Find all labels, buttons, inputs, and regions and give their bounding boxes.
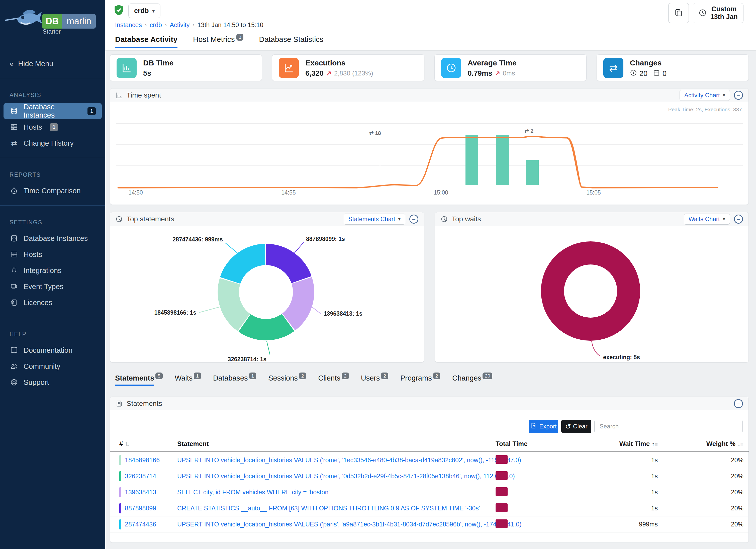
panel-title: Statements [127,400,162,408]
plug-icon [10,267,19,274]
count-badge: 2 [342,373,349,379]
chevron-down-icon: ▾ [152,8,155,14]
main-tabs: Database Activity Host Metrics0 Database… [115,35,323,48]
top-waits-donut[interactable]: executing: 5s [435,226,749,362]
event-count: 0 [663,69,667,78]
total-time-bar [496,519,508,528]
table-row: 139638413 SELECT city, id FROM vehicles … [110,484,749,500]
brand-db: DB [42,14,62,29]
section-label: ANALYSIS [0,84,105,103]
statement-color-bar [119,471,121,481]
sidebar-item-documentation[interactable]: Documentation [0,342,105,358]
statement-id-link[interactable]: 139638413 [125,489,156,496]
tab-clients[interactable]: Clients2 [318,374,349,382]
tab-programs[interactable]: Programs2 [400,374,440,382]
sidebar-item-database-instances-settings[interactable]: Database Instances [0,230,105,246]
statement-sql-link[interactable]: UPSERT INTO vehicle_location_histories V… [177,521,522,528]
statement-color-bar [119,503,121,513]
bar-chart-icon [117,58,137,78]
kpi-value: 6,320 [305,69,324,77]
weight-value: 20% [665,489,751,496]
change-count: 20 [639,69,647,78]
db-time-line [118,136,717,188]
breadcrumb-instances[interactable]: Instances [115,21,142,29]
section-label: REPORTS [0,164,105,183]
collapse-panel-button[interactable]: – [409,215,418,224]
statement-id-link[interactable]: 326238714 [125,473,156,480]
search-input[interactable] [594,420,743,433]
sidebar-item-event-types[interactable]: Event Types [0,279,105,295]
statement-color-bar [119,455,121,465]
breadcrumb-crdb[interactable]: crdb [150,21,162,29]
sidebar-section-settings: SETTINGS Database Instances Hosts Integr… [0,206,105,317]
kpi-delta: 2,830 (123%) [334,69,373,77]
column-header-statement[interactable]: Statement [177,440,496,448]
hide-menu-button[interactable]: « Hide Menu [0,56,105,71]
brand-edition: Starter [43,28,61,35]
tab-waits[interactable]: Waits1 [175,374,201,382]
wait-time-value: 1s [531,456,665,464]
kpi-row: DB Time 5s Executions 6,320 ↗ 2,830 (123… [110,54,749,81]
activity-chart-selector[interactable]: Activity Chart▾ [680,90,730,101]
statements-chart-selector[interactable]: Statements Chart▾ [344,214,405,225]
collapse-panel-button[interactable]: – [734,399,743,408]
donut-label: executing: 5s [603,354,640,360]
tab-changes[interactable]: Changes20 [452,374,492,382]
column-header-num[interactable]: #⇅ [119,440,177,448]
double-chevron-left-icon: « [10,60,14,68]
statement-id-link[interactable]: 1845898166 [125,456,160,464]
collapse-panel-button[interactable]: – [734,215,743,224]
copy-link-button[interactable] [668,3,689,23]
waits-chart-selector[interactable]: Waits Chart▾ [684,214,730,225]
top-statements-donut[interactable]: 887898099: 1s 139638413: 1s 326238714: 1… [110,226,424,362]
tab-database-activity[interactable]: Database Activity [115,35,177,48]
tab-users[interactable]: Users2 [361,374,388,382]
table-row: 1845898166 UPSERT INTO vehicle_location_… [110,452,749,468]
statement-sql-link[interactable]: UPSERT INTO vehicle_location_histories V… [177,456,521,464]
sidebar-item-time-comparison[interactable]: Time Comparison [0,183,105,199]
sidebar-item-change-history[interactable]: ⇄ Change History [0,135,105,151]
time-spent-chart[interactable]: ⇄ 18 ⇄ 2 14:50 14:55 15:00 15:05 [116,114,743,197]
tab-databases[interactable]: Databases1 [213,374,256,382]
statement-sql-link[interactable]: SELECT city, id FROM vehicles WHERE city… [177,489,330,496]
statement-color-bar [119,487,121,497]
tab-database-statistics[interactable]: Database Statistics [259,35,323,48]
panel-title: Top statements [127,215,174,223]
wait-time-value: 1s [531,505,665,512]
tab-statements[interactable]: Statements5 [115,374,163,382]
tab-host-metrics[interactable]: Host Metrics0 [193,35,243,48]
donut-label: 139638413: 1s [324,310,362,317]
clear-button[interactable]: ↺ Clear [561,420,591,433]
breadcrumb-activity[interactable]: Activity [170,21,190,29]
panel-title: Time spent [127,91,161,99]
column-header-wait-time[interactable]: Wait Time↑≡ [531,440,665,448]
sidebar-item-licences[interactable]: Licences [0,295,105,311]
panel-title: Top waits [452,215,481,223]
sidebar-item-support[interactable]: Support [0,374,105,390]
sidebar-item-integrations[interactable]: Integrations [0,262,105,279]
sidebar-item-hosts-settings[interactable]: Hosts [0,246,105,262]
swap-arrows-icon: ⇄ [369,130,375,136]
collapse-panel-button[interactable]: – [734,91,743,100]
count-badge: 2 [433,373,440,379]
time-range-button[interactable]: Custom 13th Jan [693,3,743,23]
statement-id-link[interactable]: 887898099 [125,505,156,512]
column-header-weight[interactable]: Weight %↓≡ [665,440,751,448]
statement-sql-link[interactable]: UPSERT INTO vehicle_location_histories V… [177,473,515,480]
instance-selector[interactable]: crdb ▾ [128,4,160,18]
statement-id-link[interactable]: 287474436 [125,521,156,528]
tab-sessions[interactable]: Sessions2 [268,374,306,382]
clock-icon [441,58,461,78]
sidebar-item-community[interactable]: Community [0,358,105,374]
column-header-total-time[interactable]: Total Time [496,440,531,448]
donut-slice-executing[interactable] [552,253,629,329]
count-badge: 2 [299,373,306,379]
export-button[interactable]: Export [529,420,558,433]
count-badge: 1 [87,107,96,115]
events-icon [10,283,19,290]
executions-bar [496,135,509,185]
sidebar-item-hosts[interactable]: Hosts 0 [0,119,105,135]
statement-sql-link[interactable]: CREATE STATISTICS __auto__ FROM [63] WIT… [177,505,480,512]
copy-icon [674,9,683,18]
sidebar-item-database-instances[interactable]: Database Instances 1 [4,103,102,119]
